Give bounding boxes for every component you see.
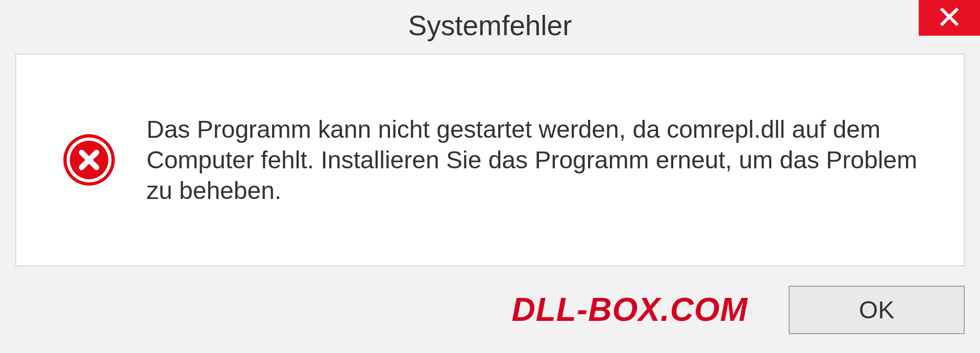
close-icon <box>939 7 960 29</box>
error-icon <box>62 133 116 187</box>
watermark-text: DLL-BOX.COM <box>512 291 748 329</box>
dialog-title: Systemfehler <box>408 9 572 42</box>
content-area: Das Programm kann nicht gestartet werden… <box>15 54 965 266</box>
ok-button[interactable]: OK <box>789 286 965 334</box>
error-dialog: Systemfehler Das Programm kann nicht ges… <box>0 0 980 353</box>
close-button[interactable] <box>919 0 980 36</box>
title-bar: Systemfehler <box>0 0 980 54</box>
footer-bar: DLL-BOX.COM OK <box>0 266 980 353</box>
error-message: Das Programm kann nicht gestartet werden… <box>146 114 943 206</box>
